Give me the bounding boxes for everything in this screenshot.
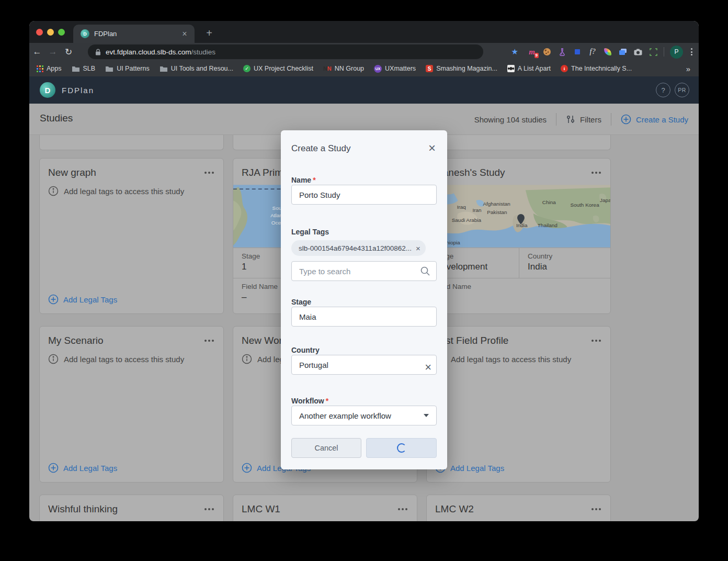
close-window-button[interactable]	[36, 29, 43, 36]
card-menu-icon[interactable]	[590, 170, 602, 176]
card-stub[interactable]	[39, 135, 224, 150]
study-card-my-scenario[interactable]: My Scenario Add legal tags to access thi…	[39, 326, 224, 483]
name-input[interactable]	[291, 185, 437, 205]
zoom-window-button[interactable]	[58, 29, 65, 36]
smashing-magazine-icon: S	[426, 65, 433, 72]
screen-capture-extension-icon[interactable]	[649, 47, 658, 57]
extension-badge: 9	[534, 53, 539, 58]
bookmarks-overflow-icon[interactable]: »	[686, 64, 690, 73]
plus-circle-icon	[242, 463, 252, 473]
study-card-test-field-profile[interactable]: Test Field Profile Add legal tags to acc…	[426, 326, 611, 483]
country-label: Country	[291, 346, 320, 354]
card-menu-icon[interactable]	[203, 338, 215, 344]
page-title: Studies	[40, 113, 73, 124]
bookmark-ui-patterns[interactable]: UI Patterns	[105, 65, 150, 72]
study-card-new-graph[interactable]: New graph Add legal tags to access this …	[39, 158, 224, 314]
card-title: Wishful thinking	[48, 503, 203, 515]
fx-extension-icon[interactable]: f?	[588, 47, 597, 57]
stage-input[interactable]	[291, 307, 437, 327]
back-icon[interactable]: ←	[29, 47, 45, 57]
loading-spinner-icon	[397, 443, 406, 453]
map-label: Iran	[473, 207, 482, 213]
extension-m-icon[interactable]: m9	[527, 47, 537, 57]
bookmark-apps[interactable]: Apps	[37, 65, 62, 72]
bookmark-intechnically[interactable]: i The Intechnically S...	[561, 65, 632, 72]
required-asterisk: *	[326, 397, 328, 405]
legal-tags-search-input[interactable]	[291, 261, 437, 281]
bookmark-smashing[interactable]: S Smashing Magazin...	[426, 65, 497, 72]
photos-extension-icon[interactable]	[618, 47, 628, 57]
card-title: LMC W1	[242, 503, 397, 515]
bookmark-ux-checklist[interactable]: ✓ UX Project Checklist	[243, 65, 313, 72]
bookmark-slb[interactable]: SLB	[72, 65, 96, 72]
create-study-button[interactable]: Create a Study	[621, 114, 688, 125]
reload-icon[interactable]: ↻	[61, 47, 76, 58]
green-check-icon: ✓	[243, 65, 251, 72]
country-input[interactable]	[291, 355, 437, 375]
blue-square-extension-icon[interactable]	[573, 47, 582, 57]
minimize-window-button[interactable]	[47, 29, 54, 36]
stage-label: Stage	[435, 252, 519, 260]
study-card-lmc-w2[interactable]: LMC W2	[426, 495, 611, 521]
create-submit-button[interactable]	[366, 438, 437, 458]
filters-button[interactable]: Filters	[566, 115, 601, 124]
country-clear-icon[interactable]: ×	[425, 361, 431, 374]
flask-extension-icon[interactable]	[558, 47, 567, 57]
browser-menu-icon[interactable]	[689, 48, 695, 55]
card-menu-icon[interactable]	[203, 170, 215, 176]
folder-icon	[160, 65, 168, 72]
add-legal-tags-link[interactable]: Add Legal Tags	[427, 463, 610, 482]
card-menu-icon[interactable]	[590, 506, 602, 512]
app-header: D FDPlan ? PR	[29, 76, 699, 104]
cookie-extension-icon[interactable]	[542, 47, 552, 57]
map-label: Afghanistan	[483, 201, 510, 207]
forward-icon[interactable]: →	[45, 47, 61, 57]
card-title: New graph	[48, 167, 203, 178]
browser-toolbar: ← → ↻ evt.fdplan.cloud.slb-ds.com/studie…	[29, 43, 699, 61]
card-menu-icon[interactable]	[203, 506, 215, 512]
modal-close-icon[interactable]: ×	[425, 141, 439, 155]
card-stub[interactable]	[426, 135, 611, 150]
workflow-select[interactable]: Another example workflow	[291, 406, 437, 425]
map-label: South Korea	[570, 202, 599, 208]
url-bar[interactable]: evt.fdplan.cloud.slb-ds.com/studies	[88, 44, 483, 59]
leaf-extension-icon[interactable]	[603, 47, 612, 57]
card-menu-icon[interactable]	[590, 338, 602, 344]
bookmark-nn-group[interactable]: NN NN Group	[323, 65, 364, 72]
help-button[interactable]: ?	[656, 83, 670, 97]
chip-remove-icon[interactable]: ×	[416, 244, 420, 253]
toolbar-actions: ★ m9 f? P	[511, 43, 695, 61]
url-path: /studies	[191, 48, 216, 56]
study-card-wishful-thinking[interactable]: Wishful thinking	[39, 495, 224, 521]
user-avatar[interactable]: PR	[675, 83, 689, 97]
add-legal-tags-link[interactable]: Add Legal Tags	[40, 294, 223, 313]
workflow-label: Workflow*	[291, 397, 328, 405]
tab-title: FDPlan	[94, 30, 180, 38]
browser-tab[interactable]: D FDPlan ×	[73, 25, 195, 43]
bookmark-star-icon[interactable]: ★	[511, 47, 518, 57]
map-label: Saudi Arabia	[452, 217, 482, 223]
card-title: Test Field Profile	[435, 335, 590, 346]
add-legal-tags-link[interactable]: Add Legal Tags	[40, 463, 223, 482]
map-label: Pakistan	[487, 209, 507, 215]
studies-count: Showing 104 studies	[474, 115, 547, 124]
bookmark-uxmatters[interactable]: UX UXmatters	[374, 65, 416, 73]
legal-tag-chip[interactable]: slb-000154a6794e4311a12f00862... ×	[291, 240, 426, 256]
camera-extension-icon[interactable]	[633, 47, 643, 57]
required-asterisk: *	[313, 176, 315, 184]
card-menu-icon[interactable]	[397, 506, 408, 512]
profile-avatar[interactable]: P	[670, 46, 683, 59]
new-tab-button[interactable]: +	[202, 26, 217, 40]
tab-strip: D FDPlan × +	[29, 21, 699, 43]
map-label: Japan	[600, 197, 610, 203]
cancel-button[interactable]: Cancel	[291, 438, 361, 458]
tab-close-icon[interactable]: ×	[180, 29, 189, 39]
card-title: My Scenario	[48, 335, 203, 346]
bookmark-a-list-apart[interactable]: A List Apart	[507, 65, 551, 72]
create-study-modal: Create a Study × Name* Legal Tags slb-00…	[281, 130, 447, 469]
brand-name: FDPlan	[62, 86, 94, 95]
study-card-lmc-w1[interactable]: LMC W1	[233, 495, 417, 521]
url-host: evt.fdplan.cloud.slb-ds.com	[106, 48, 191, 56]
study-card-ganesh[interactable]: Ganesh's Study key Iraq Iran Afghanistan…	[426, 158, 611, 314]
bookmark-ui-tools[interactable]: UI Tools and Resou...	[160, 65, 233, 72]
